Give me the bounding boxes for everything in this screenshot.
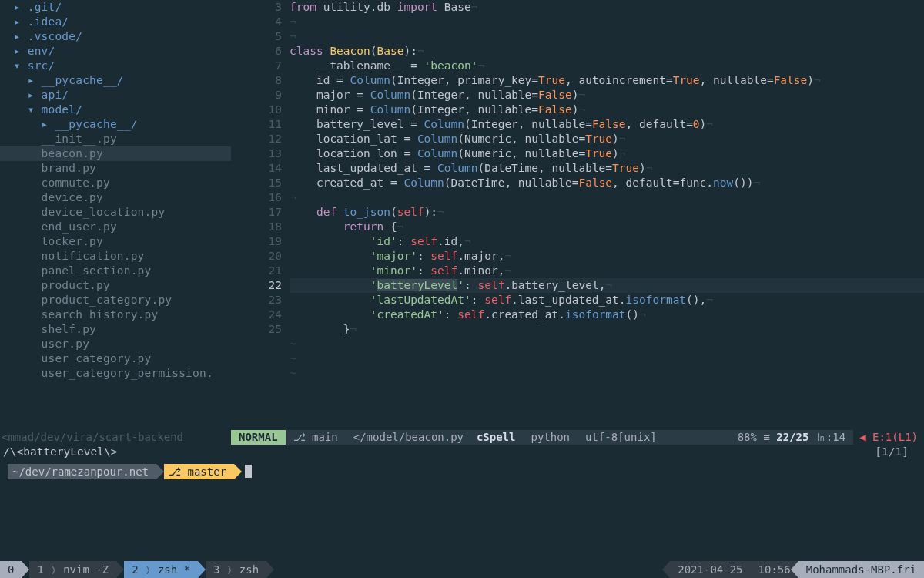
code-line[interactable]: 'minor': self.minor,¬	[290, 264, 924, 278]
code-line[interactable]: return {¬	[290, 220, 924, 234]
code-line[interactable]: location_lat = Column(Numeric, nullable=…	[290, 132, 924, 146]
percent: 88% ≡ 22/25 ㏑:14	[730, 430, 853, 444]
line-number: 15	[231, 176, 282, 190]
statusline: <mmad/dev/vira/scart-backend NORMAL ⎇ ma…	[0, 430, 924, 445]
line-number: 5	[231, 29, 282, 44]
line-number: 20	[231, 249, 282, 264]
search-pattern: /\<batteryLevel\>	[3, 445, 117, 459]
line-gutter: 345678910111213141516171819202122232425	[231, 0, 290, 430]
line-number: 12	[231, 132, 282, 146]
code-line[interactable]: def to_json(self):¬	[290, 205, 924, 220]
code-line[interactable]: battery_level = Column(Integer, nullable…	[290, 117, 924, 132]
tmux-date: 2021-04-25	[670, 561, 750, 578]
code-line[interactable]: 'major': self.major,¬	[290, 249, 924, 264]
code-line[interactable]: __tablename__ = 'beacon'¬	[290, 59, 924, 73]
code-line[interactable]: ¬	[290, 190, 924, 205]
tree-item[interactable]: user.py	[0, 337, 231, 351]
line-number: 18	[231, 220, 282, 234]
tree-item[interactable]: ▸ .git/	[0, 0, 231, 15]
tree-item[interactable]: locker.py	[0, 234, 231, 249]
line-number: 11	[231, 117, 282, 132]
shell-cursor	[245, 465, 252, 478]
tree-item[interactable]: ▾ model/	[0, 102, 231, 117]
tmux-session[interactable]: 0	[0, 561, 22, 578]
tree-path: <mmad/dev/vira/scart-backend	[0, 430, 231, 444]
code-line[interactable]: 'createdAt': self.created_at.isoformat()…	[290, 307, 924, 322]
code-line[interactable]: id = Column(Integer, primary_key=True, a…	[290, 73, 924, 88]
tmux-bar[interactable]: 0 1 ❭ nvim -Z2 ❭ zsh *3 ❭ zsh 2021-04-25…	[0, 561, 924, 578]
tree-item[interactable]: device_location.py	[0, 205, 231, 220]
tree-item[interactable]: ▸ __pycache__/	[0, 117, 231, 132]
code-line[interactable]: last_updated_at = Column(DateTime, nulla…	[290, 161, 924, 176]
code-line[interactable]: }¬	[290, 322, 924, 337]
tree-item[interactable]: ▸ __pycache__/	[0, 73, 231, 88]
line-number: 8	[231, 73, 282, 88]
commandline[interactable]: /\<batteryLevel\> [1/1]	[0, 445, 924, 459]
line-number: 17	[231, 205, 282, 220]
tree-item[interactable]: end_user.py	[0, 220, 231, 234]
tree-item[interactable]: commute.py	[0, 176, 231, 190]
prompt-git: ⎇ master	[164, 464, 234, 479]
line-number: 25	[231, 322, 282, 337]
git-branch: ⎇ main	[286, 430, 346, 444]
file-path: </model/beacon.py cSpell	[346, 430, 524, 444]
tree-item[interactable]: brand.py	[0, 161, 231, 176]
tree-item[interactable]: search_history.py	[0, 307, 231, 322]
code-line[interactable]: created_at = Column(DateTime, nullable=F…	[290, 176, 924, 190]
vim-mode: NORMAL	[231, 430, 286, 444]
tmux-window[interactable]: 1 ❭ nvim -Z	[29, 561, 116, 578]
code-line[interactable]: 'batteryLevel': self.battery_level,¬	[290, 278, 924, 293]
line-number: 10	[231, 102, 282, 117]
error-count: ◀ E:1(L1)	[853, 430, 924, 444]
code-line[interactable]: major = Column(Integer, nullable=False)¬	[290, 88, 924, 102]
code-line[interactable]: minor = Column(Integer, nullable=False)¬	[290, 102, 924, 117]
tree-item[interactable]: product.py	[0, 278, 231, 293]
tree-item[interactable]: ▾ src/	[0, 59, 231, 73]
filetype: python	[523, 430, 578, 444]
encoding: utf-8[unix]	[578, 430, 665, 444]
line-number: 4	[231, 15, 282, 29]
shell-prompt[interactable]: ~/dev/ramezanpour.net⎇ master	[0, 459, 924, 484]
line-number: 13	[231, 146, 282, 161]
tree-item[interactable]: notification.py	[0, 249, 231, 264]
tree-item[interactable]: user_category_permission.	[0, 366, 231, 381]
source-pane[interactable]: from utility.db import Base¬¬¬class Beac…	[290, 0, 924, 430]
tree-item[interactable]: ▸ .idea/	[0, 15, 231, 29]
tree-item[interactable]: ▸ .vscode/	[0, 29, 231, 44]
terminal-space[interactable]	[0, 484, 924, 561]
line-number: 24	[231, 307, 282, 322]
code-line[interactable]: 'lastUpdatedAt': self.last_updated_at.is…	[290, 293, 924, 307]
code-line[interactable]: ¬	[290, 15, 924, 29]
line-number: 7	[231, 59, 282, 73]
tmux-window[interactable]: 2 ❭ zsh *	[124, 561, 198, 578]
tree-item[interactable]: user_category.py	[0, 351, 231, 366]
code-editor[interactable]: 345678910111213141516171819202122232425 …	[231, 0, 924, 430]
code-line[interactable]: location_lon = Column(Numeric, nullable=…	[290, 146, 924, 161]
code-line[interactable]: class Beacon(Base):¬	[290, 44, 924, 59]
line-number: 6	[231, 44, 282, 59]
line-number: 3	[231, 0, 282, 15]
code-line[interactable]: ¬	[290, 29, 924, 44]
line-number: 14	[231, 161, 282, 176]
line-number: 9	[231, 88, 282, 102]
tmux-window[interactable]: 3 ❭ zsh	[206, 561, 266, 578]
tree-item[interactable]: beacon.py	[0, 146, 231, 161]
line-number: 22	[231, 278, 282, 293]
tree-item[interactable]: ▸ api/	[0, 88, 231, 102]
tree-item[interactable]: panel_section.py	[0, 264, 231, 278]
tmux-host: Mohammads-MBP.fri	[798, 561, 924, 578]
line-number: 19	[231, 234, 282, 249]
file-tree[interactable]: ▸ .git/ ▸ .idea/ ▸ .vscode/ ▸ env/ ▾ src…	[0, 0, 231, 430]
tree-item[interactable]: device.py	[0, 190, 231, 205]
code-line[interactable]: 'id': self.id,¬	[290, 234, 924, 249]
tree-item[interactable]: ▸ env/	[0, 44, 231, 59]
tree-item[interactable]: shelf.py	[0, 322, 231, 337]
prompt-cwd: ~/dev/ramezanpour.net	[8, 464, 156, 479]
code-line[interactable]: from utility.db import Base¬	[290, 0, 924, 15]
line-number: 23	[231, 293, 282, 307]
tree-item[interactable]: __init__.py	[0, 132, 231, 146]
search-count: [1/1]	[875, 445, 924, 459]
line-number: 21	[231, 264, 282, 278]
line-number: 16	[231, 190, 282, 205]
tree-item[interactable]: product_category.py	[0, 293, 231, 307]
